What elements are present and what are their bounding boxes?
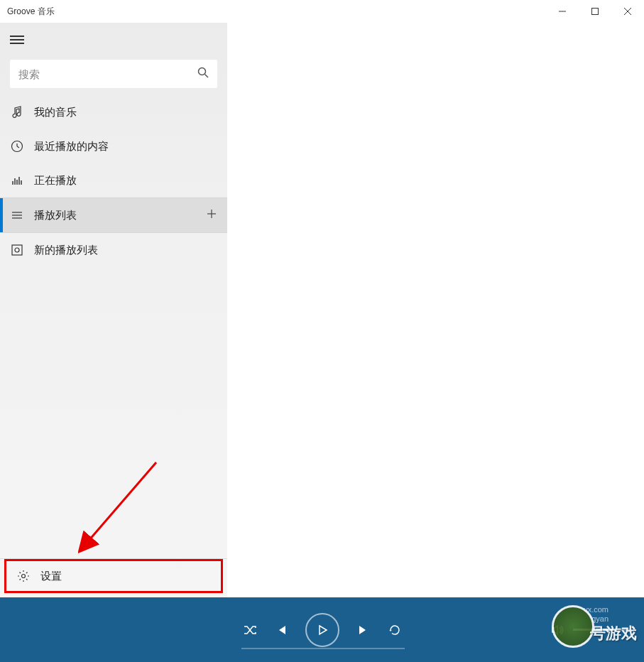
shuffle-button[interactable] [243,623,257,637]
minimize-button[interactable] [546,0,579,23]
next-button[interactable] [356,623,371,637]
nav-item-playlists[interactable]: 播放列表 [0,198,227,232]
player-bar: xiayx.com jingyan 号游戏 [0,597,644,662]
svg-rect-19 [12,245,22,255]
nav-label: 最近播放的内容 [34,140,217,153]
gear-icon [16,569,31,583]
svg-rect-1 [592,9,599,15]
add-playlist-button[interactable] [206,208,217,223]
window-title: Groove 音乐 [7,6,546,18]
clock-icon [10,139,24,153]
svg-point-20 [15,248,19,252]
search-icon[interactable] [197,67,209,81]
nav-label: 新的播放列表 [34,244,217,257]
previous-button[interactable] [274,623,288,637]
play-button[interactable] [305,613,339,647]
nav-item-settings[interactable]: 设置 [4,559,223,593]
volume-icon[interactable] [550,623,564,637]
svg-line-5 [205,75,209,78]
nav-item-new-playlist[interactable]: 新的播放列表 [0,233,227,267]
hamburger-icon [10,33,24,46]
search-input[interactable] [18,68,197,80]
svg-point-23 [22,575,26,578]
volume-slider[interactable] [573,629,630,631]
progress-bar[interactable] [241,648,405,649]
nav-label: 设置 [40,570,211,583]
maximize-button[interactable] [579,0,611,23]
list-icon [10,208,24,222]
nav-label: 正在播放 [34,174,217,188]
equalizer-icon [10,173,24,188]
hamburger-button[interactable] [0,23,227,57]
nav-item-recent[interactable]: 最近播放的内容 [0,129,227,163]
svg-point-4 [199,68,206,75]
svg-line-8 [17,146,19,148]
nav-label: 播放列表 [34,209,206,222]
main-content [227,23,644,597]
close-button[interactable] [611,0,644,23]
nav-item-my-music[interactable]: 我的音乐 [0,95,227,129]
new-playlist-icon [10,243,24,257]
music-note-icon [10,105,24,119]
nav-label: 我的音乐 [34,106,217,119]
search-box[interactable] [10,60,217,88]
sidebar: 我的音乐 最近播放的内容 正在播放 [0,23,227,597]
nav-item-now-playing[interactable]: 正在播放 [0,163,227,197]
repeat-button[interactable] [388,623,402,637]
